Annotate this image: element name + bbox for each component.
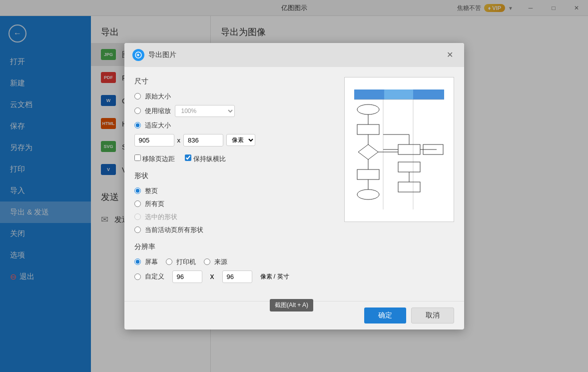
svg-rect-10: [357, 124, 379, 134]
svg-rect-20: [398, 162, 420, 172]
size-option-zoom: 使用缩放 100%: [134, 105, 336, 117]
modal-preview: [344, 77, 454, 222]
res-custom: 自定义: [134, 272, 164, 281]
res-source: 来源: [204, 258, 227, 266]
size-zoom-radio[interactable]: [134, 108, 141, 114]
size-original-radio[interactable]: [134, 93, 141, 100]
remove-border-label: 移除页边距: [134, 154, 175, 164]
svg-marker-12: [358, 144, 378, 160]
dpi-x-input[interactable]: [172, 270, 202, 283]
zoom-select[interactable]: 100%: [175, 105, 235, 117]
size-section: 尺寸 原始大小 使用缩放 100%: [134, 77, 336, 164]
cancel-button[interactable]: 取消: [411, 308, 454, 324]
size-fit-label: 适应大小: [145, 121, 171, 130]
modal-header: 导出图片 ✕: [124, 43, 464, 67]
res-source-radio[interactable]: [204, 258, 210, 265]
res-screen-radio[interactable]: [134, 258, 141, 265]
shape-selected-radio[interactable]: [134, 214, 141, 220]
res-printer: 打印机: [166, 258, 196, 266]
svg-rect-3: [384, 90, 413, 100]
res-printer-radio[interactable]: [166, 258, 172, 265]
resolution-section-label: 分辨率: [134, 242, 336, 252]
keep-ratio-label: 保持纵横比: [185, 154, 226, 164]
modal-title: 导出图片: [148, 50, 176, 60]
res-screen: 屏幕: [134, 258, 158, 266]
resolution-group: 屏幕 打印机 来源: [134, 258, 336, 283]
remove-border-checkbox[interactable]: [134, 154, 141, 161]
modal-body: 尺寸 原始大小 使用缩放 100%: [124, 67, 464, 301]
dpi-unit-label: 像素 / 英寸: [260, 272, 289, 281]
size-radio-group: 原始大小 使用缩放 100% 适应大小: [134, 92, 336, 164]
resolution-row2: 自定义 x 像素 / 英寸: [134, 270, 336, 283]
svg-rect-15: [398, 144, 420, 154]
shape-option-active: 当前活动页所有形状: [134, 226, 336, 234]
size-zoom-label: 使用缩放: [145, 106, 171, 116]
shape-radio-group: 整页 所有页 选中的形状 当前活动页所有形状: [134, 186, 336, 234]
modal-icon: [132, 49, 144, 61]
confirm-button[interactable]: 确定: [364, 308, 406, 324]
svg-rect-2: [354, 90, 383, 100]
dpi-x-label: x: [210, 272, 214, 281]
shape-section-label: 形状: [134, 172, 336, 180]
shape-option-allpage: 整页: [134, 186, 336, 196]
checkbox-row: 移除页边距 保持纵横比: [134, 154, 336, 164]
size-x-label: x: [177, 136, 181, 144]
svg-rect-4: [414, 90, 444, 100]
svg-rect-22: [398, 182, 420, 192]
size-section-label: 尺寸: [134, 77, 336, 86]
size-original-label: 原始大小: [145, 92, 171, 101]
screenshot-tooltip: 截图(Alt + A): [270, 299, 313, 312]
svg-point-23: [357, 190, 379, 200]
width-input[interactable]: [134, 134, 174, 146]
size-fit-radio[interactable]: [134, 122, 141, 128]
unit-select[interactable]: 像素: [226, 134, 255, 146]
modal-title-row: 导出图片: [132, 49, 176, 61]
res-custom-radio[interactable]: [134, 274, 141, 280]
shape-section: 形状 整页 所有页 选中的形状: [134, 172, 336, 234]
resolution-row1: 屏幕 打印机 来源: [134, 258, 336, 266]
shape-allpage-radio[interactable]: [134, 188, 141, 194]
modal-close-button[interactable]: ✕: [444, 49, 456, 61]
shape-allpages-radio[interactable]: [134, 200, 141, 207]
svg-rect-18: [357, 170, 379, 180]
shape-option-allpages: 所有页: [134, 200, 336, 208]
size-input-row: x 像素: [134, 134, 336, 146]
resolution-section: 分辨率 屏幕 打印机: [134, 242, 336, 283]
shape-active-radio[interactable]: [134, 226, 141, 233]
shape-option-selected: 选中的形状: [134, 212, 336, 222]
export-image-modal: 导出图片 ✕ 尺寸 原始大小 使用缩放: [124, 43, 464, 330]
size-option-original: 原始大小: [134, 92, 336, 101]
keep-ratio-checkbox[interactable]: [185, 154, 191, 161]
height-input[interactable]: [183, 134, 223, 146]
svg-point-8: [357, 104, 379, 114]
size-option-fit: 适应大小: [134, 121, 336, 130]
modal-left: 尺寸 原始大小 使用缩放 100%: [134, 77, 336, 291]
modal-overlay: 导出图片 ✕ 尺寸 原始大小 使用缩放: [0, 0, 588, 372]
dpi-y-input[interactable]: [222, 270, 252, 283]
